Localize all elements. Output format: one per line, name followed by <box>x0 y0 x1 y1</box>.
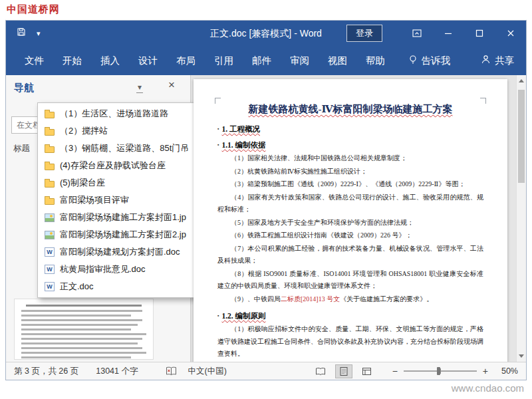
language-status[interactable]: 中文(中国) <box>188 366 226 377</box>
list-item[interactable]: 正文.doc <box>38 278 207 295</box>
list-item[interactable]: 富阳梁场项目评审 <box>38 192 207 209</box>
tab-mailings[interactable]: 邮件 <box>243 46 281 75</box>
list-item[interactable]: （1）生活区、进场道路道路 <box>38 105 207 122</box>
outline-mark-icon: ▪ <box>217 142 219 148</box>
status-bar: 第 3 页，共 26 页 13041 个字 中文(中国) − + 50% <box>6 362 526 380</box>
scroll-up-icon[interactable] <box>519 79 524 82</box>
folder-icon <box>45 129 55 136</box>
site-watermark-top: 中国道桥网 <box>7 3 60 16</box>
list-item-label: （2）搅拌站 <box>60 125 108 137</box>
proofing-status-icon[interactable] <box>166 366 177 376</box>
image-file-icon <box>45 213 55 222</box>
list-item[interactable]: 杭黄局指审批意见.doc <box>38 261 207 278</box>
close-button[interactable] <box>495 21 526 46</box>
zoom-slider[interactable] <box>404 366 477 376</box>
page-thumbnail[interactable] <box>14 299 154 360</box>
print-layout-button[interactable] <box>335 364 352 378</box>
list-item[interactable]: （3）钢筋棚、运梁道路、85t门吊 <box>38 140 207 157</box>
lightbulb-icon <box>408 55 418 67</box>
document-page[interactable]: 新建铁路杭黄线-Ⅳ标富阳制梁场临建施工方案 ▪1. 工程概况 ▪1.1. 编制依… <box>194 79 507 362</box>
list-item-label: 富阳制梁场场建施工方案封面1.jp <box>60 211 186 223</box>
list-item[interactable]: (5)制梁台座 <box>38 174 207 192</box>
outline-mark-icon: ▪ <box>217 313 219 319</box>
tell-me-label: 告诉我 <box>422 55 451 67</box>
paragraph: （3）箱梁预制施工图《通线（2009）2229-Ⅰ》、《通线（2009）2229… <box>217 178 483 191</box>
heading-1: ▪1. 工程概况 <box>217 122 483 134</box>
folder-icon <box>45 181 55 188</box>
vertical-scrollbar[interactable] <box>516 75 526 362</box>
list-item[interactable]: （2）搅拌站 <box>38 122 207 140</box>
zoom-in-button[interactable]: + <box>483 366 488 376</box>
folder-icon <box>45 198 55 205</box>
tab-file[interactable]: 文件 <box>15 46 53 75</box>
list-item[interactable]: 富阳制梁场场建施工方案封面2.jp <box>38 226 207 243</box>
scroll-down-icon[interactable] <box>519 354 524 358</box>
folder-icon <box>45 112 55 118</box>
heading-1-2: ▪1.2. 编制原则 <box>217 309 483 321</box>
nav-close-icon[interactable]: × <box>168 78 175 92</box>
folder-icon <box>45 146 55 153</box>
read-mode-button[interactable] <box>312 364 329 378</box>
paragraph: （5）国家及地方关于安全生产和环境保护等方面的法律法规； <box>217 217 483 229</box>
word-window: ▾ 正文.doc [兼容模式] - Word 登录 文件 开始 插入 设计 布局… <box>5 20 527 380</box>
tab-view[interactable]: 视图 <box>319 46 356 75</box>
image-file-icon <box>45 231 55 239</box>
list-item[interactable]: (4)存梁台座及静载试验台座 <box>38 157 207 174</box>
list-item[interactable]: 富阳制梁场场建施工方案封面1.jp <box>38 209 207 226</box>
list-item[interactable]: 富阳制梁场建规划方案封面.doc <box>38 243 207 261</box>
paragraph: （4）国家有关方针政策和国家、铁路总公司现行的设计、施工、验收采用的规范、规程和… <box>217 192 483 216</box>
tab-review[interactable]: 审阅 <box>281 46 319 75</box>
site-watermark-bottom: www.cndao.com <box>452 382 524 394</box>
web-layout-button[interactable] <box>358 364 376 378</box>
page-number-status[interactable]: 第 3 页，共 26 页 <box>14 366 78 377</box>
tab-layout[interactable]: 布局 <box>167 46 205 75</box>
heading-1-1: ▪1.1. 编制依据 <box>217 138 483 150</box>
word-file-icon <box>45 247 55 257</box>
zoom-level[interactable]: 50% <box>494 366 518 376</box>
word-file-icon <box>45 282 55 291</box>
content-area: 导航 ▾ × 标题 （1）生活区、进场道路道路 （2）搅拌站 （3）钢筋棚、运梁… <box>6 75 526 362</box>
person-icon <box>481 55 491 66</box>
tab-home[interactable]: 开始 <box>53 46 91 75</box>
list-item-label: 富阳梁场项目评审 <box>60 194 129 206</box>
nav-title: 导航 <box>14 82 34 94</box>
folder-icon <box>45 164 55 170</box>
list-item-label: （1）生活区、进场道路道路 <box>60 108 168 120</box>
scrollbar-thumb[interactable] <box>518 90 525 183</box>
minimize-button[interactable] <box>432 21 464 46</box>
word-file-icon <box>45 265 55 274</box>
share-label: 共享 <box>495 55 514 67</box>
list-item-label: (4)存梁台座及静载试验台座 <box>60 160 166 172</box>
tell-me-button[interactable]: 告诉我 <box>408 55 451 67</box>
revision-text: 二标质[2014]13 号文 <box>281 295 340 303</box>
paragraph: （1）积极响应招标文件中的安全、质量、工期、环保、文明施工等方面的规定，严格遵守… <box>217 323 483 360</box>
paragraph: （7）本公司积累的施工经验，拥有的技术装备力量、机械设备状况、管理水平、工法及科… <box>217 243 483 267</box>
maximize-button[interactable] <box>464 21 495 46</box>
paragraph: （6）铁路工程施工组织设计指南《铁建设（2009）226 号》； <box>217 229 483 242</box>
zoom-slider-thumb[interactable] <box>437 367 440 375</box>
tab-help[interactable]: 帮助 <box>356 46 394 75</box>
share-button[interactable]: 共享 <box>481 55 514 67</box>
text-boundary-mark <box>215 98 221 104</box>
window-controls: 登录 <box>346 21 526 46</box>
text-boundary-mark <box>480 98 486 104</box>
ribbon-display-options-button[interactable] <box>401 21 432 46</box>
list-item-label: 富阳制梁场场建施工方案封面2.jp <box>60 229 186 241</box>
file-list-popup: （1）生活区、进场道路道路 （2）搅拌站 （3）钢筋棚、运梁道路、85t门吊 (… <box>37 102 208 298</box>
word-count-status[interactable]: 13041 个字 <box>96 366 138 377</box>
nav-tab-headings[interactable]: 标题 <box>13 143 30 154</box>
list-item-label: (5)制梁台座 <box>60 177 105 189</box>
status-bar-right: − + 50% <box>312 364 518 378</box>
paragraph: （1）国家相关法律、法规和中国铁路总公司相关规章制度； <box>217 152 483 165</box>
signin-button[interactable]: 登录 <box>346 25 382 42</box>
tab-references[interactable]: 引用 <box>205 46 243 75</box>
list-item-label: 富阳制梁场建规划方案封面.doc <box>60 246 180 258</box>
document-title: 新建铁路杭黄线-Ⅳ标富阳制梁场临建施工方案 <box>217 103 483 116</box>
tab-design[interactable]: 设计 <box>129 46 167 75</box>
title-bar: ▾ 正文.doc [兼容模式] - Word 登录 <box>6 21 526 46</box>
nav-options-dropdown-icon[interactable]: ▾ <box>136 82 143 93</box>
paragraph: （8）根据 ISO9001 质量标准、ISO14001 环境管理和 OHSAS1… <box>217 268 483 293</box>
tab-insert[interactable]: 插入 <box>91 46 129 75</box>
zoom-out-button[interactable]: − <box>392 366 398 376</box>
paragraph: （9）、中铁四局二标质[2014]13 号文《关于临建施工方案的要求》。 <box>217 293 483 306</box>
